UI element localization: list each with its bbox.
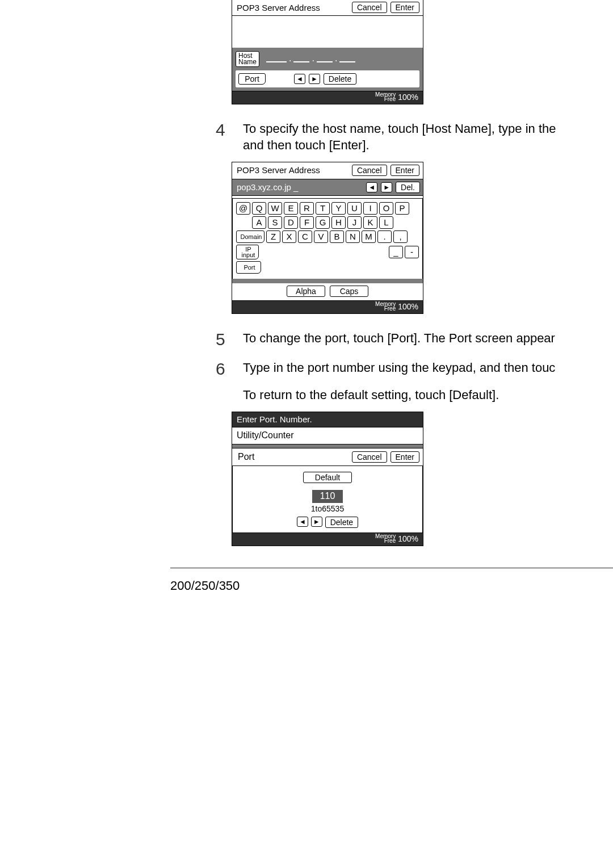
port-button[interactable]: Port: [238, 73, 266, 85]
key-at[interactable]: @: [236, 202, 250, 215]
arrow-right-button[interactable]: [309, 74, 320, 84]
key-n[interactable]: N: [346, 230, 360, 243]
key-q[interactable]: Q: [252, 202, 266, 215]
port-value[interactable]: 110: [312, 490, 343, 503]
memory-footer: MemoryFree 100%: [232, 91, 423, 104]
step-number: 6: [216, 359, 243, 379]
key-h[interactable]: H: [331, 216, 346, 229]
key-dot[interactable]: .: [377, 230, 392, 243]
step-4: 4 To specify the host name, touch [Host …: [216, 120, 613, 154]
key-i[interactable]: I: [363, 202, 377, 215]
key-c[interactable]: C: [298, 230, 312, 243]
arrow-left-icon: [296, 74, 303, 83]
enter-button[interactable]: Enter: [391, 451, 419, 463]
delete-button[interactable]: Delete: [324, 73, 356, 85]
keyboard-row-1: @ Q W E R T Y U I O P: [236, 202, 419, 215]
key-r[interactable]: R: [300, 202, 314, 215]
step-text-line: To specify the host name, touch [Host Na…: [243, 121, 556, 136]
arrow-right-icon: [313, 517, 320, 526]
key-z[interactable]: Z: [266, 230, 280, 243]
cancel-button[interactable]: Cancel: [352, 2, 387, 13]
panel-title: POP3 Server Address: [237, 3, 320, 12]
key-f[interactable]: F: [300, 216, 314, 229]
section-label: Port: [238, 452, 254, 462]
key-b[interactable]: B: [330, 230, 344, 243]
key-j[interactable]: J: [347, 216, 362, 229]
step-text: Type in the port number using the keypad…: [243, 359, 555, 376]
panel-port: Enter Port. Number. Utility/Counter Port…: [232, 412, 423, 546]
key-p[interactable]: P: [395, 202, 409, 215]
key-l[interactable]: L: [379, 216, 393, 229]
cancel-button[interactable]: Cancel: [352, 451, 387, 463]
cancel-button[interactable]: Cancel: [352, 165, 387, 176]
panel-title: Enter Port. Number.: [237, 414, 419, 424]
key-comma[interactable]: ,: [393, 230, 408, 243]
caps-button[interactable]: Caps: [330, 286, 368, 297]
alpha-button[interactable]: Alpha: [287, 286, 325, 297]
key-dash[interactable]: -: [405, 246, 419, 258]
key-o[interactable]: O: [379, 202, 393, 215]
step-6: 6 Type in the port number using the keyp…: [216, 359, 613, 379]
step-number: 5: [216, 330, 243, 349]
ip-address-field[interactable]: . . .: [266, 53, 355, 65]
host-name-button[interactable]: Host Name: [236, 51, 259, 67]
key-d[interactable]: D: [284, 216, 298, 229]
step-number: 4: [216, 120, 243, 140]
key-s[interactable]: S: [268, 216, 282, 229]
key-x[interactable]: X: [282, 230, 296, 243]
default-button[interactable]: Default: [303, 472, 352, 483]
hostname-input[interactable]: pop3.xyz.co.jp _: [235, 182, 363, 192]
enter-button[interactable]: Enter: [391, 2, 419, 13]
domain-button[interactable]: Domain: [236, 230, 264, 243]
ip-input-button[interactable]: IP input: [236, 245, 259, 259]
step-text-line: and then touch [Enter].: [243, 138, 370, 152]
key-t[interactable]: T: [316, 202, 330, 215]
keyboard-row-4: IP input _ -: [236, 245, 419, 259]
arrow-left-button[interactable]: [294, 74, 305, 84]
breadcrumb: Utility/Counter: [232, 427, 423, 445]
memory-footer: MemoryFree 100%: [232, 532, 423, 546]
keyboard-row-5: Port: [236, 261, 419, 274]
arrow-right-button[interactable]: [381, 182, 392, 192]
port-range: 1to65535: [236, 504, 419, 513]
memory-footer: MemoryFree 100%: [232, 300, 423, 313]
arrow-right-button[interactable]: [311, 517, 322, 527]
key-k[interactable]: K: [363, 216, 377, 229]
delete-button[interactable]: Delete: [325, 517, 358, 528]
step-text: To return to the default setting, touch …: [243, 387, 499, 404]
step-text: To change the port, touch [Port]. The Po…: [243, 330, 555, 347]
panel-keyboard: POP3 Server Address Cancel Enter pop3.xy…: [232, 162, 423, 314]
panel-pop3-ip: POP3 Server Address Cancel Enter Host Na…: [232, 0, 423, 104]
key-w[interactable]: W: [268, 202, 282, 215]
arrow-left-button[interactable]: [366, 182, 377, 192]
arrow-left-button[interactable]: [297, 517, 308, 527]
enter-button[interactable]: Enter: [391, 165, 419, 176]
arrow-right-icon: [383, 183, 390, 191]
panel-title: POP3 Server Address: [237, 165, 352, 175]
key-y[interactable]: Y: [331, 202, 346, 215]
key-u[interactable]: U: [347, 202, 362, 215]
key-e[interactable]: E: [284, 202, 298, 215]
key-m[interactable]: M: [362, 230, 376, 243]
step-5: 5 To change the port, touch [Port]. The …: [216, 330, 613, 349]
step-6-note: To return to the default setting, touch …: [216, 387, 613, 404]
key-g[interactable]: G: [316, 216, 330, 229]
key-underscore[interactable]: _: [389, 246, 403, 258]
key-v[interactable]: V: [314, 230, 328, 243]
key-a[interactable]: A: [252, 216, 266, 229]
arrow-right-icon: [311, 74, 318, 83]
arrow-left-icon: [368, 183, 375, 191]
port-button[interactable]: Port: [236, 261, 261, 274]
keyboard-row-2: A S D F G H J K L: [236, 216, 419, 229]
model-identifier: 200/250/350: [170, 578, 613, 593]
del-button[interactable]: Del.: [396, 182, 420, 193]
arrow-left-icon: [299, 517, 306, 526]
keyboard-row-3: Domain Z X C V B N M . ,: [236, 230, 419, 243]
divider: [170, 568, 613, 568]
